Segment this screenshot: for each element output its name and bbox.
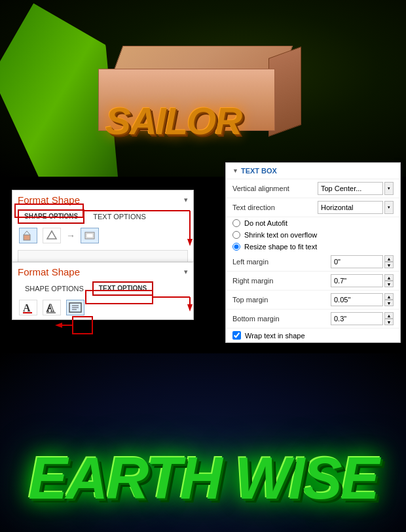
right-margin-input[interactable] xyxy=(331,274,383,287)
bottom-margin-down[interactable]: ▼ xyxy=(384,319,394,325)
left-margin-label: Left margin xyxy=(232,258,331,266)
svg-text:A: A xyxy=(23,302,31,313)
svg-rect-11 xyxy=(86,234,93,238)
right-margin-value: ▲ ▼ xyxy=(331,274,394,287)
icon-highlight xyxy=(72,316,93,334)
effects-icon[interactable] xyxy=(81,228,99,243)
vertical-alignment-dropdown-arrow[interactable]: ▾ xyxy=(384,182,394,195)
bottom-margin-up[interactable]: ▲ xyxy=(384,312,394,319)
textbox-panel-header: ▼ TEXT BOX xyxy=(226,163,400,179)
text-direction-value: ▾ xyxy=(318,201,394,214)
vertical-alignment-row: Vertical alignment ▾ xyxy=(226,179,400,198)
text-direction-input[interactable] xyxy=(318,201,383,214)
earthwise-text: EARTH WISE xyxy=(0,445,406,512)
left-margin-row: Left margin ▲ ▼ xyxy=(226,253,400,272)
vertical-alignment-input[interactable] xyxy=(318,182,383,195)
do-not-autofit-radio[interactable] xyxy=(232,219,240,227)
wrap-text-label: Wrap text in shape xyxy=(245,332,305,340)
text-outline-icon[interactable]: A xyxy=(43,300,61,315)
text-direction-label: Text direction xyxy=(232,204,318,211)
outline-icon[interactable] xyxy=(43,228,61,243)
collapse-icon[interactable]: ▼ xyxy=(232,168,238,174)
wrap-text-row: Wrap text in shape xyxy=(226,328,400,342)
resize-shape-radio[interactable] xyxy=(232,243,240,251)
text-options-highlight xyxy=(85,290,153,304)
textbox-section-label: TEXT BOX xyxy=(241,167,277,175)
text-direction-dropdown[interactable]: ▾ xyxy=(384,201,394,214)
wrap-text-checkbox[interactable] xyxy=(232,331,241,340)
top-margin-down[interactable]: ▼ xyxy=(384,300,394,306)
bottom-margin-value: ▲ ▼ xyxy=(331,312,394,325)
bottom-background: EARTH WISE xyxy=(0,353,406,532)
vertical-alignment-label: Vertical alignment xyxy=(232,185,318,192)
left-margin-spin[interactable]: ▲ ▼ xyxy=(384,255,394,268)
panel-bottom-close[interactable]: ▾ xyxy=(184,268,188,276)
sailor-box: SAILOR xyxy=(98,46,288,131)
textbox-options-panel: ▼ TEXT BOX Vertical alignment ▾ Text dir… xyxy=(225,162,401,343)
panel-top-icons: → xyxy=(12,224,193,247)
tab-text-options-top[interactable]: TEXT OPTIONS xyxy=(86,209,153,224)
top-margin-input[interactable] xyxy=(331,293,383,306)
svg-marker-7 xyxy=(55,323,62,328)
right-margin-up[interactable]: ▲ xyxy=(384,274,394,281)
svg-rect-13 xyxy=(23,312,32,313)
right-margin-row: Right margin ▲ ▼ xyxy=(226,272,400,291)
top-margin-spin[interactable]: ▲ ▼ xyxy=(384,293,394,306)
text-direction-row: Text direction ▾ xyxy=(226,198,400,217)
box-top-face xyxy=(113,46,293,72)
vertical-alignment-value: ▾ xyxy=(318,182,394,195)
top-margin-row: Top margin ▲ ▼ xyxy=(226,291,400,310)
shrink-text-radio[interactable] xyxy=(232,231,240,239)
sailor-text: SAILOR xyxy=(105,99,241,143)
top-margin-value: ▲ ▼ xyxy=(331,293,394,306)
do-not-autofit-label: Do not Autofit xyxy=(244,219,287,227)
panel-bottom-title: Format Shape xyxy=(18,266,80,277)
bottom-margin-spin[interactable]: ▲ ▼ xyxy=(384,312,394,325)
panel-bottom-header: Format Shape ▾ xyxy=(12,262,193,280)
right-margin-label: Right margin xyxy=(232,277,331,285)
panel-top-close[interactable]: ▾ xyxy=(184,196,188,204)
autofit-radio-row: Do not Autofit xyxy=(226,217,400,229)
vertical-alignment-dropdown[interactable]: ▾ xyxy=(384,182,394,195)
text-color-icon[interactable]: A xyxy=(19,300,37,315)
left-margin-value: ▲ ▼ xyxy=(331,255,394,268)
shrink-radio-row: Shrink text on overflow xyxy=(226,229,400,241)
top-margin-label: Top margin xyxy=(232,296,331,304)
fill-icon[interactable] xyxy=(19,228,37,243)
tab-shape-options-bottom[interactable]: SHAPE OPTIONS xyxy=(18,281,91,296)
svg-rect-8 xyxy=(24,235,30,240)
left-margin-up[interactable]: ▲ xyxy=(384,255,394,262)
bottom-margin-row: Bottom margin ▲ ▼ xyxy=(226,310,400,328)
svg-rect-15 xyxy=(46,312,56,313)
bottom-margin-label: Bottom margin xyxy=(232,315,331,323)
right-margin-spin[interactable]: ▲ ▼ xyxy=(384,274,394,287)
top-background: SAILOR xyxy=(0,0,406,177)
box-front-face: SAILOR xyxy=(98,69,275,131)
earthwise-container: EARTH WISE xyxy=(0,445,406,512)
svg-text:A: A xyxy=(46,302,54,313)
resize-shape-label: Resize shape to fit text xyxy=(244,243,317,251)
textbox-icon[interactable] xyxy=(66,300,84,315)
text-direction-dropdown-arrow[interactable]: ▾ xyxy=(384,201,394,214)
resize-radio-row: Resize shape to fit text xyxy=(226,241,400,253)
top-margin-up[interactable]: ▲ xyxy=(384,293,394,300)
sailor-3d-container: SAILOR xyxy=(85,26,308,157)
bottom-margin-input[interactable] xyxy=(331,312,383,325)
left-margin-down[interactable]: ▼ xyxy=(384,262,394,268)
svg-marker-9 xyxy=(47,231,56,239)
left-margin-input[interactable] xyxy=(331,255,383,268)
shape-options-highlight xyxy=(14,204,84,218)
right-margin-down[interactable]: ▼ xyxy=(384,281,394,287)
shrink-text-label: Shrink text on overflow xyxy=(244,231,317,239)
